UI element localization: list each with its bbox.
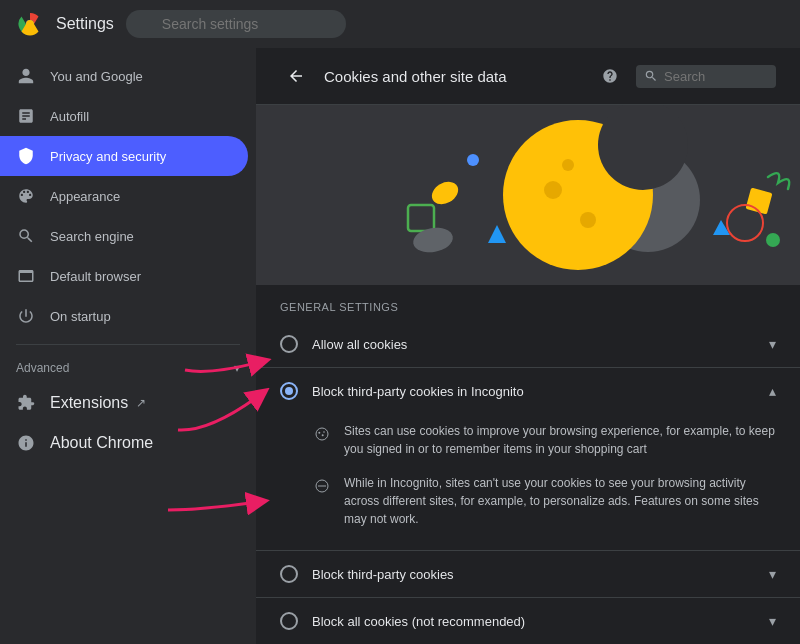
svg-point-13 (727, 205, 763, 241)
option-block-all-label: Block all cookies (not recommended) (312, 614, 755, 629)
sidebar-item-autofill[interactable]: Autofill (0, 96, 248, 136)
sidebar-item-label: Autofill (50, 109, 232, 124)
sidebar-item-privacy[interactable]: Privacy and security (0, 136, 248, 176)
option-block-incognito-expanded: Sites can use cookies to improve your br… (280, 414, 776, 550)
chevron-down-icon: ▾ (769, 613, 776, 629)
svg-point-11 (411, 225, 455, 256)
sidebar: You and Google Autofill Privacy and secu… (0, 48, 256, 644)
svg-point-16 (316, 428, 328, 440)
chrome-logo (16, 10, 44, 38)
shield-icon (16, 146, 36, 166)
svg-marker-8 (488, 225, 506, 243)
top-bar: Settings 🔍 (0, 0, 800, 48)
page-title: Cookies and other site data (324, 68, 584, 85)
expanded-text-cookies: Sites can use cookies to improve your br… (344, 422, 776, 458)
top-search-input[interactable] (126, 10, 346, 38)
option-block-incognito: Block third-party cookies in Incognito ▴… (256, 368, 800, 551)
sidebar-item-label: Search engine (50, 229, 232, 244)
svg-point-14 (766, 233, 780, 247)
extensions-label-wrap: Extensions ↗ (50, 394, 232, 412)
svg-point-4 (544, 181, 562, 199)
option-block-third-party-label: Block third-party cookies (312, 567, 755, 582)
sidebar-divider (16, 344, 240, 345)
svg-point-18 (322, 434, 324, 436)
sidebar-item-appearance[interactable]: Appearance (0, 176, 248, 216)
sidebar-item-default-browser[interactable]: Default browser (0, 256, 248, 296)
general-settings-label: General settings (256, 285, 800, 321)
sidebar-item-label: On startup (50, 309, 232, 324)
option-allow-all: Allow all cookies ▾ (256, 321, 800, 368)
block-icon (312, 476, 332, 496)
cookie-illustration (256, 105, 800, 285)
expanded-text-incognito: While in Incognito, sites can't use your… (344, 474, 776, 528)
option-block-all: Block all cookies (not recommended) ▾ (256, 598, 800, 644)
content-header: Cookies and other site data (256, 48, 800, 105)
extensions-label: Extensions (50, 394, 128, 412)
extensions-icon (16, 393, 36, 413)
sidebar-item-extensions[interactable]: Extensions ↗ (0, 383, 248, 423)
person-icon (16, 66, 36, 86)
about-label: About Chrome (50, 434, 153, 452)
option-block-incognito-label: Block third-party cookies in Incognito (312, 384, 755, 399)
radio-block-incognito[interactable] (280, 382, 298, 400)
sidebar-item-label: You and Google (50, 69, 232, 84)
option-block-incognito-main[interactable]: Block third-party cookies in Incognito ▴ (280, 368, 776, 414)
option-allow-all-label: Allow all cookies (312, 337, 755, 352)
radio-allow-all[interactable] (280, 335, 298, 353)
option-block-third-party-main[interactable]: Block third-party cookies ▾ (280, 551, 776, 597)
about-icon (16, 433, 36, 453)
chevron-up-icon: ▴ (769, 383, 776, 399)
help-button[interactable] (596, 62, 624, 90)
external-link-icon: ↗ (136, 396, 146, 410)
svg-point-10 (467, 154, 479, 166)
svg-point-15 (428, 177, 462, 208)
search-engine-icon (16, 226, 36, 246)
cookie-icon (312, 424, 332, 444)
startup-icon (16, 306, 36, 326)
option-block-all-main[interactable]: Block all cookies (not recommended) ▾ (280, 598, 776, 644)
chevron-down-icon: ▾ (769, 566, 776, 582)
sidebar-item-label: Privacy and security (50, 149, 232, 164)
option-allow-all-main[interactable]: Allow all cookies ▾ (280, 321, 776, 367)
advanced-section[interactable]: Advanced ▾ (0, 353, 256, 383)
svg-point-6 (562, 159, 574, 171)
advanced-label: Advanced (16, 361, 69, 375)
app-title: Settings (56, 15, 114, 33)
top-search-wrapper: 🔍 (126, 10, 346, 38)
main-layout: You and Google Autofill Privacy and secu… (0, 48, 800, 644)
radio-block-third-party[interactable] (280, 565, 298, 583)
back-button[interactable] (280, 60, 312, 92)
option-block-third-party: Block third-party cookies ▾ (256, 551, 800, 598)
radio-block-all[interactable] (280, 612, 298, 630)
sidebar-item-about[interactable]: About Chrome (0, 423, 248, 463)
appearance-icon (16, 186, 36, 206)
svg-point-17 (318, 432, 320, 434)
sidebar-item-you-and-google[interactable]: You and Google (0, 56, 248, 96)
header-actions (596, 62, 776, 90)
browser-icon (16, 266, 36, 286)
sidebar-item-search-engine[interactable]: Search engine (0, 216, 248, 256)
content-area: Cookies and other site data (256, 48, 800, 644)
sidebar-item-label: Default browser (50, 269, 232, 284)
expanded-item-cookies: Sites can use cookies to improve your br… (312, 414, 776, 466)
chevron-down-icon: ▾ (769, 336, 776, 352)
expanded-item-incognito: While in Incognito, sites can't use your… (312, 466, 776, 536)
sidebar-item-label: Appearance (50, 189, 232, 204)
chevron-down-icon: ▾ (234, 361, 240, 375)
svg-point-5 (580, 212, 596, 228)
svg-point-19 (323, 431, 325, 433)
sidebar-item-on-startup[interactable]: On startup (0, 296, 248, 336)
autofill-icon (16, 106, 36, 126)
svg-rect-7 (408, 205, 434, 231)
